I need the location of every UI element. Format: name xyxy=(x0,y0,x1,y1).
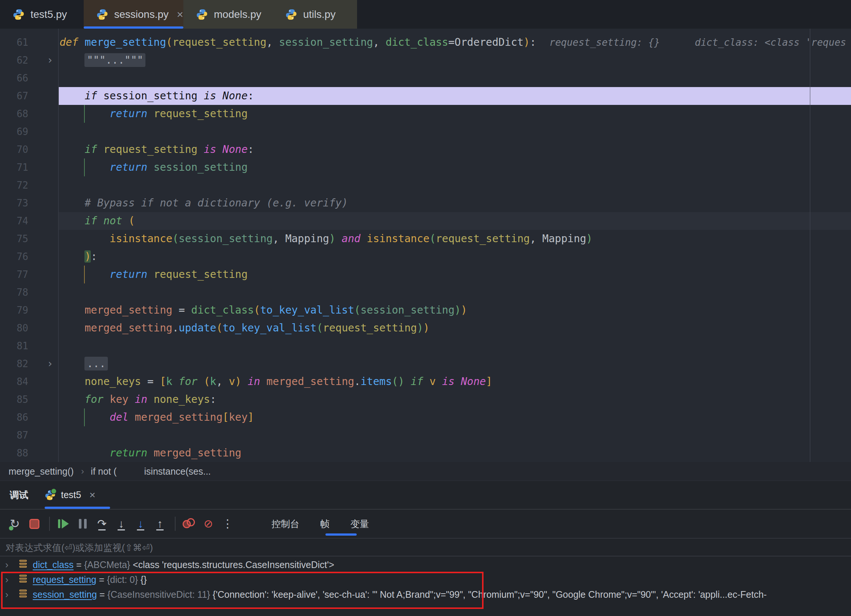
tab-label: test5.py xyxy=(30,9,67,21)
line-number[interactable]: 82 xyxy=(0,355,28,373)
code-line[interactable]: 77 return request_setting xyxy=(0,266,851,284)
code-line[interactable]: 80 merged_setting.update(to_key_val_list… xyxy=(0,319,851,337)
line-number[interactable]: 68 xyxy=(0,105,28,123)
line-number[interactable]: 69 xyxy=(0,123,28,141)
step-base-line xyxy=(117,529,125,530)
breadcrumb-item[interactable]: merge_setting() xyxy=(9,466,74,477)
line-number[interactable]: 81 xyxy=(0,337,28,355)
tab-modelspy[interactable]: models.py xyxy=(183,0,273,29)
code-line[interactable]: 86 del merged_setting[key] xyxy=(0,409,851,426)
force-step-into-button[interactable]: ↓ xyxy=(132,515,149,533)
line-number[interactable]: 66 xyxy=(0,69,28,87)
code-line[interactable]: 87 xyxy=(0,426,851,444)
code-line[interactable]: 68 return request_setting xyxy=(0,105,851,123)
mute-breakpoints-button[interactable]: ⊘ xyxy=(199,515,217,533)
code-line[interactable]: 71 return session_setting xyxy=(0,158,851,176)
code-line[interactable]: 85 for key in none_keys: xyxy=(0,391,851,409)
line-number[interactable]: 70 xyxy=(0,141,28,158)
debug-view-tabs: 控制台 帧 变量 xyxy=(261,509,379,538)
variables-tab-underline xyxy=(325,533,357,536)
code-line[interactable]: 70 if request_setting is None: xyxy=(0,141,851,158)
python-file-icon xyxy=(96,9,108,21)
rerun-debug-button[interactable]: ↻ xyxy=(6,515,24,533)
code-line[interactable]: 78 xyxy=(0,284,851,301)
line-number[interactable]: 61 xyxy=(0,33,28,51)
code-text: for key in none_keys: xyxy=(60,391,216,409)
line-number[interactable]: 67 xyxy=(0,87,28,105)
line-number[interactable]: 88 xyxy=(0,444,28,462)
code-line[interactable]: 79 merged_setting = dict_class(to_key_va… xyxy=(0,301,851,319)
tab-sessionspy[interactable]: sessions.py × xyxy=(84,0,183,29)
code-text: if session_setting is None: xyxy=(60,87,254,105)
tab-test5py[interactable]: test5.py xyxy=(0,0,84,29)
breadcrumb-item[interactable]: isinstance(ses... xyxy=(144,466,211,477)
tab-console[interactable]: 控制台 xyxy=(261,509,310,538)
line-number[interactable]: 76 xyxy=(0,248,28,266)
variable-name[interactable]: request_setting xyxy=(33,574,96,585)
code-line[interactable]: 69 xyxy=(0,123,851,141)
variable-name[interactable]: session_setting xyxy=(33,589,97,599)
code-editor[interactable]: 61def merge_setting(request_setting, ses… xyxy=(0,29,851,462)
line-number[interactable]: 62 xyxy=(0,51,28,69)
step-out-button[interactable]: ↑ xyxy=(151,515,169,533)
line-number[interactable]: 84 xyxy=(0,373,28,391)
step-arrow-icon: ↑ xyxy=(157,518,163,529)
line-number[interactable]: 75 xyxy=(0,230,28,248)
running-indicator-dot xyxy=(51,488,57,494)
code-line[interactable]: 72 xyxy=(0,176,851,194)
evaluate-expression-field[interactable]: 对表达式求值(⏎)或添加监视(⇧⌘⏎) xyxy=(0,539,851,556)
step-over-button[interactable]: ↷ xyxy=(93,515,111,533)
code-line[interactable]: 76 ): xyxy=(0,248,851,266)
breadcrumb-item[interactable]: if not ( xyxy=(91,466,116,477)
variable-row[interactable]: ›dict_class = {ABCMeta} <class 'requests… xyxy=(0,557,851,572)
code-line[interactable]: 88 return merged_setting xyxy=(0,444,851,462)
pause-icon xyxy=(79,519,87,529)
code-line[interactable]: 84 none_keys = [k for (k, v) in merged_s… xyxy=(0,373,851,391)
code-line[interactable]: 66 xyxy=(0,69,851,87)
code-line[interactable]: 82› ... xyxy=(0,355,851,373)
stop-button[interactable] xyxy=(25,515,43,533)
code-text: none_keys = [k for (k, v) in merged_sett… xyxy=(60,373,492,391)
code-text: return request_setting xyxy=(60,266,248,284)
close-icon[interactable]: × xyxy=(89,489,95,501)
debug-session-tab[interactable]: test5 × xyxy=(45,481,96,509)
code-line[interactable]: 81 xyxy=(0,337,851,355)
line-number[interactable]: 73 xyxy=(0,194,28,212)
step-into-button[interactable]: ↓ xyxy=(112,515,130,533)
line-number[interactable]: 72 xyxy=(0,176,28,194)
variable-value: {'Connection': 'keep-alive', 'sec-ch-ua'… xyxy=(213,589,767,599)
line-number[interactable]: 74 xyxy=(0,212,28,230)
line-number[interactable]: 86 xyxy=(0,409,28,426)
tab-utilspy[interactable]: utils.py xyxy=(273,0,357,29)
line-number[interactable]: 77 xyxy=(0,266,28,284)
code-line[interactable]: 62› """...""" xyxy=(0,51,851,69)
step-arrow-icon: ↓ xyxy=(138,518,144,529)
line-number[interactable]: 80 xyxy=(0,319,28,337)
variable-name[interactable]: dict_class xyxy=(33,559,74,570)
stop-icon xyxy=(29,519,39,529)
view-breakpoints-button[interactable] xyxy=(180,515,198,533)
code-line[interactable]: 61def merge_setting(request_setting, ses… xyxy=(0,33,851,51)
line-number[interactable]: 87 xyxy=(0,426,28,444)
expand-chevron-icon[interactable]: › xyxy=(5,587,9,602)
code-text: """...""" xyxy=(60,51,146,69)
resume-icon xyxy=(58,519,69,529)
fold-arrow-icon[interactable]: › xyxy=(47,355,53,373)
expand-chevron-icon[interactable]: › xyxy=(5,557,9,572)
pause-button[interactable] xyxy=(74,515,92,533)
code-line[interactable]: 67 if session_setting is None: xyxy=(0,87,851,105)
line-number[interactable]: 78 xyxy=(0,284,28,301)
variable-row[interactable]: ›request_setting = {dict: 0} {} xyxy=(0,572,851,587)
code-line[interactable]: 74 if not ( xyxy=(0,212,851,230)
line-number[interactable]: 79 xyxy=(0,301,28,319)
expand-chevron-icon[interactable]: › xyxy=(5,572,9,587)
more-options-button[interactable]: ⋮ xyxy=(219,515,236,533)
resume-button[interactable] xyxy=(54,515,72,533)
code-line[interactable]: 75 isinstance(session_setting, Mapping) … xyxy=(0,230,851,248)
close-icon[interactable]: × xyxy=(177,9,183,20)
code-line[interactable]: 73 # Bypass if not a dictionary (e.g. ve… xyxy=(0,194,851,212)
line-number[interactable]: 85 xyxy=(0,391,28,409)
variable-row[interactable]: ›session_setting = {CaseInsensitiveDict:… xyxy=(0,587,851,602)
line-number[interactable]: 71 xyxy=(0,158,28,176)
fold-arrow-icon[interactable]: › xyxy=(47,51,53,69)
